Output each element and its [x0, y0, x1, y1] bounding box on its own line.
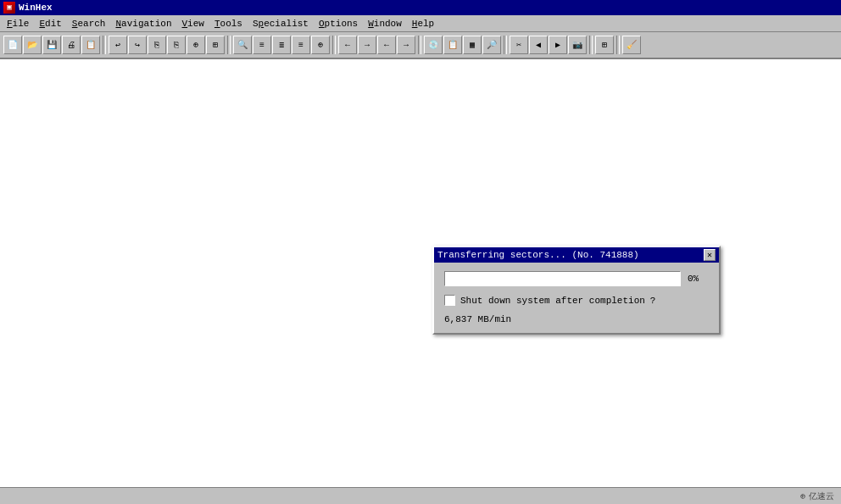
- logo-text: 亿速云: [809, 490, 834, 502]
- logo-icon: ⊕: [800, 491, 805, 501]
- toolbar-btn22[interactable]: 📋: [443, 36, 462, 54]
- menu-help[interactable]: Help: [407, 17, 439, 30]
- transfer-dialog: Transferring sectors... (No. 741888) ✕ 0…: [432, 246, 721, 335]
- toolbar-sep5: [504, 36, 507, 54]
- app-title: WinHex: [19, 3, 53, 13]
- dialog-body: 0% Shut down system after completion ? 6…: [434, 263, 719, 333]
- toolbar-prev-button[interactable]: ◀: [529, 36, 548, 54]
- menu-window[interactable]: Window: [363, 17, 407, 30]
- toolbar-sep4: [418, 36, 421, 54]
- toolbar-sep3: [332, 36, 336, 54]
- toolbar-btn15[interactable]: ≡: [292, 36, 310, 54]
- shutdown-checkbox-row: Shut down system after completion ?: [444, 295, 709, 306]
- toolbar-grid-button[interactable]: ⊞: [595, 36, 614, 54]
- toolbar-eraser-button[interactable]: 🧹: [622, 36, 641, 54]
- toolbar-find-button[interactable]: 🔎: [482, 36, 501, 54]
- main-content: Transferring sectors... (No. 741888) ✕ 0…: [0, 59, 841, 487]
- toolbar-save-button[interactable]: 💾: [42, 36, 61, 54]
- progress-container: 0%: [444, 271, 709, 286]
- dialog-close-button[interactable]: ✕: [704, 249, 716, 261]
- toolbar-btn11[interactable]: ⊞: [206, 36, 225, 54]
- toolbar-btn5[interactable]: 📋: [81, 36, 100, 54]
- shutdown-help-icon: ?: [650, 296, 656, 306]
- toolbar-sep6: [589, 36, 593, 54]
- menu-view[interactable]: View: [177, 17, 209, 30]
- toolbar-btn23[interactable]: ▦: [463, 36, 482, 54]
- menu-edit[interactable]: Edit: [34, 17, 66, 30]
- toolbar-print-button[interactable]: 🖨: [62, 36, 81, 54]
- status-bar: ⊕ 亿速云: [0, 487, 841, 504]
- title-bar: ▣ WinHex: [0, 0, 841, 15]
- toolbar: 📄 📂 💾 🖨 📋 ↩ ↪ ⎘ ⎘ ⊕ ⊞ 🔍 ≡ ≣ ≡ ⊕ ← → ← → …: [0, 32, 841, 59]
- progress-percent-label: 0%: [688, 274, 709, 284]
- shutdown-label: Shut down system after completion: [460, 296, 645, 306]
- toolbar-camera-button[interactable]: 📷: [568, 36, 587, 54]
- menu-bar: File Edit Search Navigation View Tools S…: [0, 15, 841, 32]
- toolbar-btn13[interactable]: ≡: [253, 36, 271, 54]
- toolbar-sep2: [227, 36, 231, 54]
- menu-options[interactable]: Options: [314, 17, 363, 30]
- toolbar-undo-button[interactable]: ↩: [109, 36, 127, 54]
- toolbar-nav-left-button[interactable]: ←: [338, 36, 357, 54]
- app-icon: ▣: [3, 2, 15, 14]
- toolbar-new-button[interactable]: 📄: [3, 36, 22, 54]
- toolbar-btn20[interactable]: →: [397, 36, 415, 54]
- shutdown-checkbox[interactable]: [444, 295, 455, 306]
- menu-navigation[interactable]: Navigation: [110, 17, 176, 30]
- toolbar-btn9[interactable]: ⎘: [167, 36, 186, 54]
- toolbar-btn25[interactable]: ✂: [510, 36, 528, 54]
- menu-specialist[interactable]: Specialist: [248, 17, 314, 30]
- toolbar-disk-button[interactable]: 💿: [424, 36, 443, 54]
- menu-search[interactable]: Search: [67, 17, 111, 30]
- dialog-title: Transferring sectors... (No. 741888): [437, 250, 639, 260]
- dialog-title-bar: Transferring sectors... (No. 741888) ✕: [434, 247, 719, 263]
- transfer-speed: 6,837 MB/min: [444, 314, 709, 324]
- toolbar-open-button[interactable]: 📂: [23, 36, 42, 54]
- toolbar-sep1: [103, 36, 106, 54]
- toolbar-redo-button[interactable]: ↪: [128, 36, 147, 54]
- toolbar-sep7: [616, 36, 620, 54]
- menu-tools[interactable]: Tools: [209, 17, 248, 30]
- menu-file[interactable]: File: [2, 17, 34, 30]
- toolbar-btn10[interactable]: ⊕: [187, 36, 205, 54]
- toolbar-next-button[interactable]: ▶: [549, 36, 567, 54]
- toolbar-search-button[interactable]: 🔍: [233, 36, 252, 54]
- toolbar-btn14[interactable]: ≣: [272, 36, 291, 54]
- toolbar-nav-right-button[interactable]: →: [358, 36, 376, 54]
- toolbar-btn19[interactable]: ←: [377, 36, 396, 54]
- progress-bar: [444, 271, 681, 286]
- branding-logo: ⊕ 亿速云: [800, 490, 834, 502]
- toolbar-btn8[interactable]: ⎘: [148, 36, 166, 54]
- toolbar-btn16[interactable]: ⊕: [311, 36, 330, 54]
